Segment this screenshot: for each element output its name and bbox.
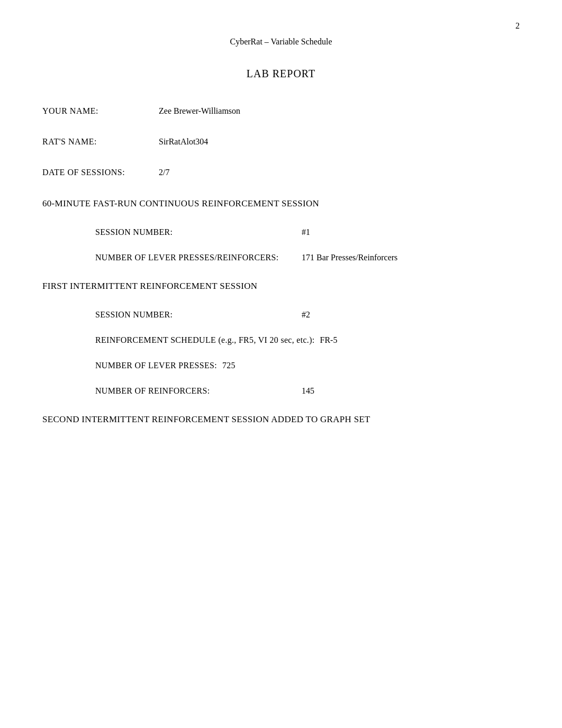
cr-heading: 60-MINUTE FAST-RUN CONTINUOUS REINFORCEM… <box>42 198 520 209</box>
fi-session-row: SESSION NUMBER: #2 <box>95 310 520 320</box>
second-intermittent-heading: SECOND INTERMITTENT REINFORCEMENT SESSIO… <box>42 414 520 425</box>
cr-lever-value: 171 Bar Presses/Reinforcers <box>302 253 397 262</box>
your-name-row: YOUR NAME: Zee Brewer-Williamson <box>42 106 520 116</box>
fi-reinforcers-row: NUMBER OF REINFORCERS: 145 <box>95 386 520 396</box>
first-intermittent-heading: FIRST INTERMITTENT REINFORCEMENT SESSION <box>42 281 520 292</box>
first-intermittent-indented: SESSION NUMBER: #2 REINFORCEMENT SCHEDUL… <box>95 310 520 396</box>
fi-session-label: SESSION NUMBER: <box>95 310 296 320</box>
cr-lever-row: NUMBER OF LEVER PRESSES/REINFORCERS: 171… <box>95 253 520 262</box>
cr-session-value: #1 <box>302 228 310 237</box>
date-value: 2/7 <box>159 168 169 177</box>
fi-schedule-row: REINFORCEMENT SCHEDULE (e.g., FR5, VI 20… <box>95 335 520 345</box>
cr-section: 60-MINUTE FAST-RUN CONTINUOUS REINFORCEM… <box>42 198 520 262</box>
rats-name-label: RAT'S NAME: <box>42 137 148 147</box>
cr-session-label: SESSION NUMBER: <box>95 228 296 237</box>
fi-lever-presses-label: NUMBER OF LEVER PRESSES: <box>95 361 217 370</box>
your-name-label: YOUR NAME: <box>42 106 148 116</box>
fi-reinforcers-value: 145 <box>302 386 314 396</box>
main-title: LAB REPORT <box>42 68 520 80</box>
rats-name-row: RAT'S NAME: SirRatAlot304 <box>42 137 520 147</box>
your-name-value: Zee Brewer-Williamson <box>159 106 240 116</box>
fi-schedule-value: FR-5 <box>320 335 338 345</box>
page-number: 2 <box>515 21 520 31</box>
cr-lever-label: NUMBER OF LEVER PRESSES/REINFORCERS: <box>95 253 296 262</box>
second-intermittent-section: SECOND INTERMITTENT REINFORCEMENT SESSIO… <box>42 414 520 425</box>
subtitle: CyberRat – Variable Schedule <box>42 37 520 47</box>
first-intermittent-section: FIRST INTERMITTENT REINFORCEMENT SESSION… <box>42 281 520 396</box>
page: 2 CyberRat – Variable Schedule LAB REPOR… <box>0 0 562 728</box>
fi-lever-presses-value: 725 <box>222 361 235 370</box>
fi-lever-presses-text: NUMBER OF LEVER PRESSES:725 <box>95 361 520 370</box>
rats-name-value: SirRatAlot304 <box>159 137 208 147</box>
fi-session-value: #2 <box>302 310 310 320</box>
cr-indented: SESSION NUMBER: #1 NUMBER OF LEVER PRESS… <box>95 228 520 262</box>
cr-session-row: SESSION NUMBER: #1 <box>95 228 520 237</box>
fi-schedule-label: REINFORCEMENT SCHEDULE (e.g., FR5, VI 20… <box>95 335 315 345</box>
fi-reinforcers-label: NUMBER OF REINFORCERS: <box>95 386 296 396</box>
date-label: DATE OF SESSIONS: <box>42 168 148 177</box>
date-row: DATE OF SESSIONS: 2/7 <box>42 168 520 177</box>
